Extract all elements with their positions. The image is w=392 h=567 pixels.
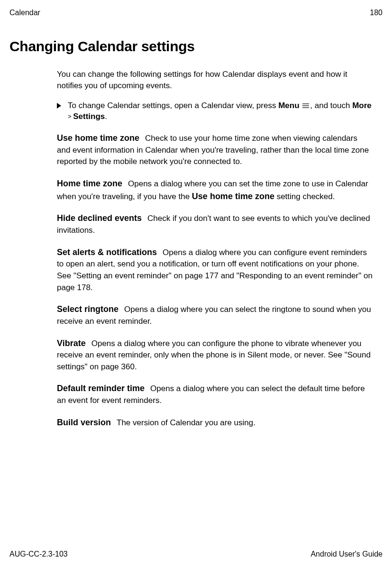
setting-name: Default reminder time	[57, 384, 145, 393]
menu-label: Menu	[278, 101, 299, 110]
footer-guide-name: Android User's Guide	[310, 550, 383, 558]
instruction-end: .	[105, 112, 107, 121]
chevron-separator: >	[68, 113, 73, 120]
setting-use-home-tz: Use home time zoneCheck to use your home…	[57, 132, 373, 168]
header-section: Calendar	[9, 9, 40, 17]
setting-alerts: Set alerts & notificationsOpens a dialog…	[57, 246, 373, 294]
setting-name: Home time zone	[57, 179, 122, 188]
setting-hide-declined: Hide declined eventsCheck if you don't w…	[57, 212, 373, 236]
footer-doc-id: AUG-CC-2.3-103	[9, 550, 68, 558]
settings-label: Settings	[73, 112, 105, 121]
instruction-text: To change Calendar settings, open a Cale…	[68, 100, 373, 123]
intro-text: You can change the following settings fo…	[57, 69, 373, 91]
page-title: Changing Calendar settings	[9, 38, 383, 55]
setting-ringtone: Select ringtoneOpens a dialog where you …	[57, 303, 373, 327]
setting-name: Build version	[57, 418, 111, 427]
page-header: Calendar 180	[9, 9, 383, 17]
setting-desc: The version of Calendar you are using.	[117, 418, 255, 427]
setting-name: Use home time zone	[57, 133, 139, 143]
setting-vibrate: VibrateOpens a dialog where you can conf…	[57, 337, 373, 373]
setting-name: Vibrate	[57, 338, 86, 348]
setting-desc-bold: Use home time zone	[192, 192, 274, 201]
instruction-mid: , and touch	[310, 101, 352, 110]
page-footer: AUG-CC-2.3-103 Android User's Guide	[9, 550, 383, 558]
setting-name: Set alerts & notifications	[57, 247, 157, 257]
instruction-row: To change Calendar settings, open a Cale…	[57, 100, 373, 123]
more-label: More	[352, 101, 372, 110]
instruction-pre: To change Calendar settings, open a Cale…	[68, 101, 278, 110]
content-area: You can change the following settings fo…	[9, 69, 383, 429]
setting-default-reminder: Default reminder timeOpens a dialog wher…	[57, 382, 373, 406]
header-page-number: 180	[370, 9, 383, 17]
triangle-bullet-icon	[57, 103, 61, 109]
setting-desc-post: setting checked.	[274, 192, 335, 201]
setting-build-version: Build versionThe version of Calendar you…	[57, 416, 373, 429]
setting-name: Select ringtone	[57, 304, 119, 314]
setting-home-tz: Home time zoneOpens a dialog where you c…	[57, 177, 373, 202]
setting-desc: Opens a dialog where you can configure t…	[57, 339, 371, 371]
menu-icon	[302, 103, 309, 109]
setting-name: Hide declined events	[57, 213, 142, 223]
